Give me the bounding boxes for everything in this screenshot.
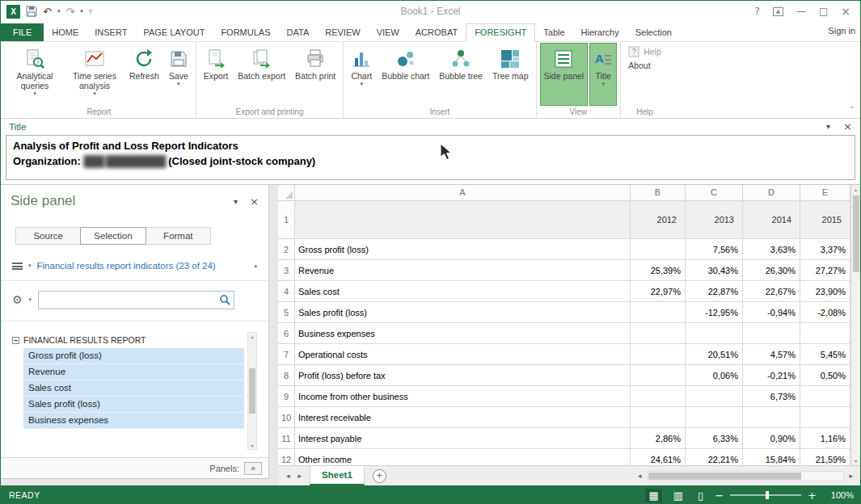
bubble-tree-button[interactable]: Bubble tree [435,43,487,106]
row-number[interactable]: 4 [278,281,295,302]
cell-value-2013[interactable]: 7,56% [686,239,743,260]
row-number[interactable]: 9 [278,386,295,407]
scroll-down-icon[interactable]: ▾ [855,458,857,464]
chart-button[interactable]: Chart ▾ [347,43,376,106]
bubble-chart-button[interactable]: Bubble chart [378,43,433,106]
dimension-link[interactable]: Financial results report indicators (23 … [37,261,249,271]
row-number[interactable]: 12 [278,449,295,465]
vertical-scrollbar[interactable]: ▴ ▾ [850,185,860,465]
tree-scroll-down-icon[interactable]: ▾ [251,443,253,448]
cell-value-2012[interactable] [631,323,686,344]
sign-in-link[interactable]: Sign in [828,26,855,36]
ribbon-display-options-icon[interactable]: ▲ [773,7,783,16]
cell-value-2012[interactable] [631,302,686,323]
analytical-queries-button[interactable]: Analytical queries ▾ [6,43,64,106]
cell-value-2015[interactable]: 0,50% [800,365,850,386]
cell-value-2015[interactable]: 1,16% [800,428,850,449]
dimension-menu-icon[interactable] [12,262,23,270]
tab-selection[interactable]: Selection [627,24,680,41]
excel-logo-icon[interactable]: X [6,5,20,19]
horizontal-scroll-thumb[interactable] [648,472,801,480]
cell-value-2015[interactable] [800,323,850,344]
cell-value-2014[interactable]: 6,73% [743,386,800,407]
dimension-menu-caret-icon[interactable]: ▾ [28,262,32,269]
tab-formulas[interactable]: FORMULAS [213,24,278,41]
cell-value-2012[interactable] [631,386,686,407]
cell-value-2014[interactable]: -0,21% [743,365,800,386]
time-series-analysis-button[interactable]: Time series analysis ▾ [65,43,124,106]
cell-value-2014[interactable] [743,323,800,344]
cell-indicator-name[interactable]: Business expenses [295,323,631,344]
cell-value-2014[interactable]: 3,63% [743,239,800,260]
title-toggle-button[interactable]: A Title ▾ [589,43,617,106]
undo-dropdown-icon[interactable]: ▾ [57,8,61,15]
tree-item[interactable]: Business expenses [23,413,244,429]
cell-value-2015[interactable] [800,407,850,428]
side-panel-tab-selection[interactable]: Selection [80,227,146,245]
tab-table[interactable]: Table [535,24,572,41]
cell-value-2014[interactable] [743,407,800,428]
sheet-tab-sheet1[interactable]: Sheet1 [310,466,365,485]
row-number[interactable]: 5 [278,302,295,323]
cell-indicator-name[interactable]: Revenue [295,260,631,281]
cell-indicator-name[interactable]: Operational costs [295,344,631,365]
collapse-node-icon[interactable] [12,337,19,344]
about-button[interactable]: About [628,61,661,70]
cell-value-2013[interactable] [686,386,743,407]
export-button[interactable]: Export [200,43,232,106]
tab-insert[interactable]: INSERT [87,24,135,41]
page-layout-view-icon[interactable]: ▥ [670,489,686,502]
horizontal-scrollbar[interactable]: ◂ ▸ [635,471,860,481]
cell-value-2013[interactable]: 22,21% [686,449,743,465]
page-break-view-icon[interactable]: ▯ [694,489,707,502]
search-icon[interactable] [219,294,230,305]
redo-icon[interactable]: ↷ [65,6,74,17]
refresh-button[interactable]: Refresh [125,43,163,106]
cell-value-2012[interactable] [631,344,686,365]
row-number[interactable]: 2 [278,239,295,260]
cell-indicator-name[interactable]: Other income [295,449,631,465]
zoom-slider-thumb[interactable] [766,491,769,499]
side-panel-dropdown-icon[interactable]: ▾ [234,197,238,206]
cell-year-2014[interactable]: 2014 [743,201,800,239]
minimize-icon[interactable]: — [796,6,806,17]
cell-value-2015[interactable]: -2,08% [800,302,850,323]
side-panel-close-icon[interactable]: × [250,195,259,208]
column-header-a[interactable]: A [295,185,631,201]
cell-year-2015[interactable]: 2015 [800,201,850,239]
tree-scrollbar[interactable]: ▴ ▾ [247,332,257,450]
cell-value-2015[interactable]: 27,27% [800,260,850,281]
tab-home[interactable]: HOME [44,24,87,41]
cell-value-2014[interactable]: 4,57% [743,344,800,365]
tab-acrobat[interactable]: ACROBAT [407,24,466,41]
batch-export-button[interactable]: Batch export [234,43,289,106]
cell-value-2014[interactable]: 26,30% [743,260,800,281]
row-number[interactable]: 3 [278,260,295,281]
select-all-corner[interactable] [278,185,295,201]
cell-value-2013[interactable] [686,407,743,428]
save-icon[interactable] [26,6,37,17]
normal-view-icon[interactable]: ▦ [645,489,661,502]
sheet-nav-prev-icon[interactable]: ◂ [286,472,290,480]
gear-caret-icon[interactable]: ▾ [29,296,32,303]
cell-value-2012[interactable]: 25,39% [631,260,686,281]
tab-page-layout[interactable]: PAGE LAYOUT [135,24,213,41]
side-panel-tab-source[interactable]: Source [15,227,81,245]
help-button[interactable]: ? Help [628,46,661,57]
panels-expand-button[interactable]: » [244,462,262,475]
cell-value-2015[interactable]: 23,90% [800,281,850,302]
side-panel-toggle-button[interactable]: Side panel [540,43,589,106]
row-number[interactable]: 6 [278,323,295,344]
cell-indicator-name[interactable]: Interest receivable [295,407,631,428]
tree-item[interactable]: Gross profit (loss) [23,348,244,364]
row-number[interactable]: 1 [278,201,295,239]
cell-value-2012[interactable] [631,365,686,386]
title-pane-dropdown-icon[interactable]: ▾ [826,122,830,131]
cell-value-2012[interactable]: 22,97% [631,281,686,302]
horizontal-scroll-track[interactable] [647,471,845,481]
cell-value-2014[interactable]: -0,94% [743,302,800,323]
tree-map-button[interactable]: Tree map [488,43,533,106]
zoom-percentage[interactable]: 100% [825,490,854,500]
cell-indicator-name[interactable]: Sales profit (loss) [295,302,631,323]
sheet-nav-next-icon[interactable]: ▸ [298,472,302,480]
